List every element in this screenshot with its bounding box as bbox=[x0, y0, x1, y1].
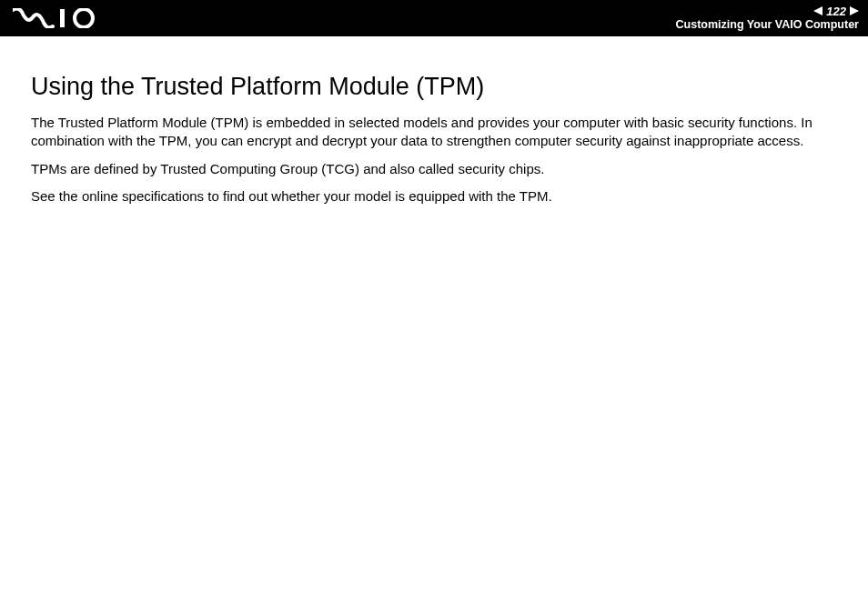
vaio-logo bbox=[13, 8, 100, 28]
header-right: 122 Customizing Your VAIO Computer bbox=[676, 5, 859, 32]
page-header: 122 Customizing Your VAIO Computer bbox=[0, 0, 868, 36]
section-title: Customizing Your VAIO Computer bbox=[676, 18, 859, 32]
page-content: Using the Trusted Platform Module (TPM) … bbox=[0, 36, 868, 206]
arrow-left-icon[interactable] bbox=[813, 6, 823, 15]
body-paragraph: TPMs are defined by Trusted Computing Gr… bbox=[31, 160, 837, 178]
svg-rect-0 bbox=[60, 9, 65, 27]
pager: 122 bbox=[813, 5, 859, 17]
page-heading: Using the Trusted Platform Module (TPM) bbox=[31, 73, 837, 101]
page-number: 122 bbox=[826, 5, 846, 17]
svg-point-1 bbox=[75, 9, 93, 27]
arrow-right-icon[interactable] bbox=[850, 6, 859, 15]
body-paragraph: The Trusted Platform Module (TPM) is emb… bbox=[31, 114, 837, 151]
body-paragraph: See the online specifications to find ou… bbox=[31, 187, 837, 206]
